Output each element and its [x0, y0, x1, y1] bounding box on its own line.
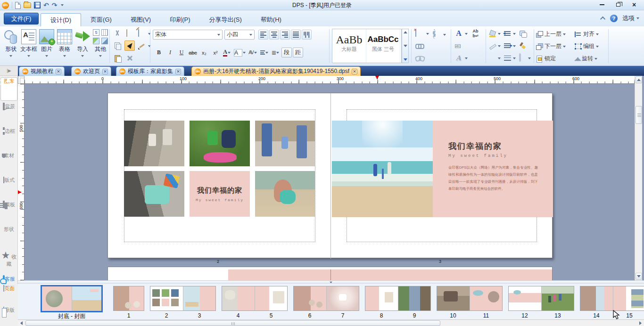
panel-tab-master[interactable]: 母版	[1, 307, 17, 314]
subscript-button[interactable]: x₂	[199, 48, 209, 57]
scroll-left-icon[interactable]	[18, 320, 25, 326]
doc-tab-video-tutorial[interactable]: DPS 视频教程 ✕	[19, 66, 65, 76]
thumbnail-label[interactable]: 7	[326, 312, 359, 319]
dash-style-button[interactable]	[487, 53, 498, 63]
menu-view[interactable]: 视图(V)	[121, 13, 160, 26]
thumbnail-cover-spread[interactable]	[41, 285, 103, 312]
replace-image-button[interactable]	[414, 28, 424, 39]
gallery-scroll-up-icon[interactable]	[404, 31, 407, 33]
fill-color-button[interactable]	[487, 28, 498, 39]
link-button[interactable]	[414, 41, 424, 51]
chevron-down-icon[interactable]	[276, 52, 279, 54]
columns-button[interactable]: ▥	[270, 48, 281, 57]
shape-style-button[interactable]	[518, 53, 528, 63]
font-size-select[interactable]: 小四	[224, 30, 255, 40]
horizontal-scroll-thumb[interactable]	[25, 320, 440, 326]
close-button[interactable]: ×	[626, 0, 642, 9]
thumbnail-label[interactable]: 3	[183, 312, 216, 319]
thumbnail-spread-4-5[interactable]	[222, 286, 288, 311]
right-page-text-panel[interactable]: 我们幸福的家 My sweet family 金印客DPS以大众（网络）用户为对…	[433, 121, 553, 217]
style-item-heiti[interactable]: AaBbCc 黑体 三号	[366, 29, 400, 57]
chevron-down-icon[interactable]	[528, 57, 531, 59]
chevron-down-icon[interactable]	[498, 33, 501, 35]
photo-family-on-beach[interactable]	[332, 121, 433, 217]
doc-tab-welcome[interactable]: DPS 欢迎页 ✕	[71, 66, 111, 76]
thumbnail-spread-14-15[interactable]	[580, 286, 644, 311]
strikethrough-button[interactable]: abc	[188, 48, 198, 57]
thumbnail-label[interactable]: 12	[508, 312, 541, 319]
thumbnail-spread-10-11[interactable]	[437, 286, 503, 311]
scroll-up-icon[interactable]	[636, 76, 642, 83]
chevron-down-icon[interactable]	[228, 52, 231, 54]
chevron-down-icon[interactable]	[45, 55, 48, 57]
thumbnail-spread-6-7[interactable]	[293, 286, 359, 311]
close-tab-icon[interactable]: ✕	[352, 69, 357, 74]
thumbnail-label[interactable]: 9	[398, 312, 431, 319]
chevron-down-icon[interactable]	[63, 55, 66, 57]
photo-parents-walking-baby[interactable]	[255, 121, 315, 166]
sidebar-item-template[interactable]: 模板	[0, 201, 18, 208]
sidebar-collapse-strip[interactable]: |▶	[0, 66, 18, 76]
text-shadow-button[interactable]: A	[454, 53, 464, 63]
thumbnail-page-1[interactable]	[113, 286, 144, 311]
insert-picture-button[interactable]: 图片	[38, 28, 56, 57]
copy-button[interactable]	[112, 41, 123, 51]
close-tab-icon[interactable]: ✕	[56, 69, 61, 74]
italic-button[interactable]: I	[165, 48, 175, 57]
indent-spacing-button[interactable]	[503, 28, 513, 39]
thumbnail-label[interactable]: 2	[150, 312, 183, 319]
paste-button[interactable]	[112, 53, 123, 63]
menu-share-export[interactable]: 分享导出(S)	[200, 13, 251, 26]
menu-file[interactable]: 文件(F)	[4, 13, 39, 24]
chevron-down-icon[interactable]	[498, 57, 501, 59]
options-button[interactable]: 选项	[622, 14, 639, 23]
paragraph-settings-button[interactable]: 段	[281, 48, 292, 57]
sidebar-item-favorites[interactable]: ★ 收藏	[0, 250, 18, 268]
menu-page[interactable]: 页面(G)	[81, 13, 121, 26]
character-border-button[interactable]: A	[233, 48, 247, 57]
restore-button[interactable]	[610, 0, 626, 9]
insert-table-button[interactable]: 表格	[56, 28, 74, 57]
chevron-down-icon[interactable]	[594, 58, 597, 60]
align-center-button[interactable]	[269, 30, 279, 40]
photo-kids-by-fence[interactable]	[124, 121, 184, 166]
doc-tab-active-album[interactable]: DPS 画册-大16开硬壳精装-清新风格家庭影集190419-1550.dpsf…	[191, 66, 361, 76]
photo-boys-playing[interactable]	[190, 121, 250, 166]
chevron-down-icon[interactable]	[596, 33, 599, 35]
chevron-down-icon[interactable]	[513, 33, 516, 35]
select-tool-button[interactable]	[124, 41, 135, 51]
align-objects-button[interactable]: 对齐	[574, 30, 599, 38]
chevron-down-icon[interactable]	[465, 33, 468, 35]
import-button[interactable]: 导入	[74, 28, 91, 57]
chevron-down-icon[interactable]	[513, 45, 516, 47]
draw-tool-button[interactable]	[137, 41, 147, 51]
scroll-down-icon[interactable]	[636, 273, 642, 280]
effects-button[interactable]	[431, 29, 441, 40]
text-direction-button[interactable]: Abb↵	[471, 28, 481, 39]
chevron-down-icon[interactable]	[513, 57, 516, 59]
photo-mom-hugging-child-beach[interactable]	[255, 171, 315, 217]
page-spread[interactable]: 我们幸福的家 My sweet family 我们幸福的家 My sweet f…	[107, 93, 553, 258]
chevron-down-icon[interactable]	[563, 46, 566, 48]
thumbnail-label[interactable]: 13	[541, 312, 574, 319]
font-family-select[interactable]: 宋体	[153, 30, 223, 40]
thumbnail-label[interactable]: 8	[365, 312, 398, 319]
thumbnail-spread-8-9[interactable]	[365, 286, 431, 311]
outline-color-button[interactable]	[487, 41, 498, 51]
line-weight-button[interactable]	[503, 53, 513, 63]
insert-textbox-button[interactable]: 文本框	[20, 28, 38, 57]
chevron-down-icon[interactable]	[426, 33, 429, 35]
chevron-down-icon[interactable]	[148, 45, 151, 47]
thumbnail-label[interactable]: 4	[222, 312, 255, 319]
panel-tab-pages[interactable]: 页面	[1, 285, 17, 292]
send-backward-button[interactable]: 下一层	[536, 42, 566, 50]
design-canvas[interactable]: 我们幸福的家 My sweet family 我们幸福的家 My sweet f…	[25, 84, 635, 280]
chevron-down-icon[interactable]	[81, 55, 84, 57]
line-spacing-button[interactable]	[259, 48, 269, 57]
unlink-button[interactable]	[414, 53, 424, 63]
sidebar-item-gallery[interactable]: 图库	[0, 77, 17, 101]
chevron-down-icon[interactable]	[265, 52, 268, 54]
close-tab-icon[interactable]: ✕	[102, 69, 108, 74]
sidebar-item-layout[interactable]: 版式	[0, 177, 18, 184]
spacing-settings-button[interactable]: 距	[293, 48, 303, 57]
